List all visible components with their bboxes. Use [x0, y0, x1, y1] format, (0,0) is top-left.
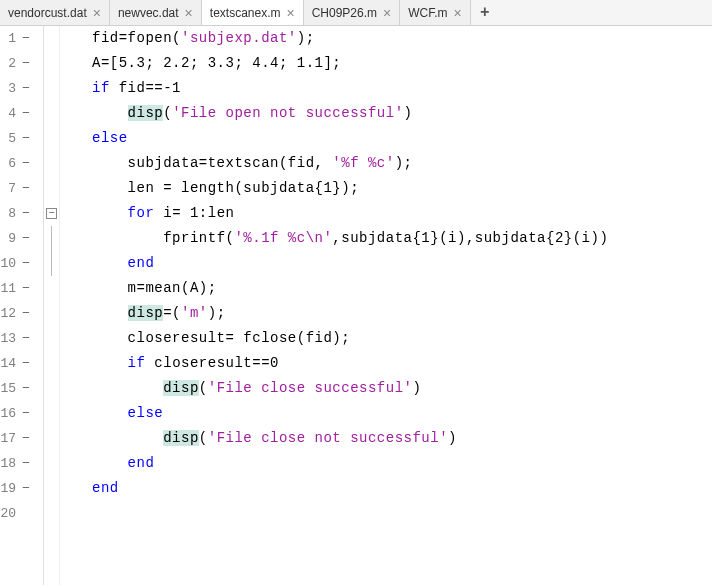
code-line: closeresult= fclose(fid);	[68, 326, 712, 351]
gutter-row: 3−	[0, 76, 43, 101]
close-icon[interactable]: ×	[185, 6, 193, 20]
line-dash: −	[20, 81, 32, 96]
line-dash: −	[20, 131, 32, 146]
fold-cell	[44, 426, 59, 451]
line-number: 5	[0, 131, 20, 146]
line-number: 3	[0, 81, 20, 96]
line-number: 16	[0, 406, 20, 421]
line-dash: −	[20, 106, 32, 121]
gutter-row: 18−	[0, 451, 43, 476]
gutter-row: 14−	[0, 351, 43, 376]
fold-cell	[44, 476, 59, 501]
tab-label: textscanex.m	[210, 6, 281, 20]
line-dash: −	[20, 56, 32, 71]
code-line: disp('File close successful')	[68, 376, 712, 401]
fold-cell	[44, 151, 59, 176]
line-dash: −	[20, 231, 32, 246]
gutter-row: 5−	[0, 126, 43, 151]
code-line: end	[68, 251, 712, 276]
line-dash: −	[20, 381, 32, 396]
tab-label: WCF.m	[408, 6, 447, 20]
line-number: 6	[0, 156, 20, 171]
line-dash: −	[20, 356, 32, 371]
fold-cell	[44, 351, 59, 376]
fold-cell	[44, 451, 59, 476]
line-dash: −	[20, 156, 32, 171]
plus-icon: +	[480, 4, 490, 22]
fold-cell	[44, 326, 59, 351]
code-area[interactable]: fid=fopen('subjexp.dat'); A=[5.3; 2.2; 3…	[60, 26, 712, 585]
gutter-row: 20	[0, 501, 43, 526]
code-line: disp('File open not successful')	[68, 101, 712, 126]
code-line: fid=fopen('subjexp.dat');	[68, 26, 712, 51]
line-number: 15	[0, 381, 20, 396]
line-dash: −	[20, 31, 32, 46]
line-number: 4	[0, 106, 20, 121]
fold-column: −	[44, 26, 60, 585]
gutter-row: 15−	[0, 376, 43, 401]
add-tab-button[interactable]: +	[471, 0, 499, 25]
line-dash: −	[20, 256, 32, 271]
gutter-row: 12−	[0, 301, 43, 326]
tab-wcf[interactable]: WCF.m ×	[400, 0, 471, 25]
gutter-row: 4−	[0, 101, 43, 126]
code-line: else	[68, 126, 712, 151]
close-icon[interactable]: ×	[287, 6, 295, 20]
gutter-row: 1−	[0, 26, 43, 51]
fold-cell	[44, 376, 59, 401]
code-line: len = length(subjdata{1});	[68, 176, 712, 201]
tab-newvec[interactable]: newvec.dat ×	[110, 0, 202, 25]
line-number: 17	[0, 431, 20, 446]
code-line: for i= 1:len	[68, 201, 712, 226]
fold-cell	[44, 401, 59, 426]
close-icon[interactable]: ×	[454, 6, 462, 20]
code-line: disp=('m');	[68, 301, 712, 326]
tab-label: CH09P26.m	[312, 6, 377, 20]
fold-cell	[44, 126, 59, 151]
code-line: else	[68, 401, 712, 426]
line-dash: −	[20, 456, 32, 471]
line-number: 13	[0, 331, 20, 346]
tab-label: newvec.dat	[118, 6, 179, 20]
close-icon[interactable]: ×	[383, 6, 391, 20]
gutter-row: 2−	[0, 51, 43, 76]
tab-label: vendorcust.dat	[8, 6, 87, 20]
fold-cell	[44, 26, 59, 51]
editor-area: 1−2−3−4−5−6−7−8−9−10−11−12−13−14−15−16−1…	[0, 26, 712, 585]
gutter-row: 7−	[0, 176, 43, 201]
line-number: 10	[0, 256, 20, 271]
close-icon[interactable]: ×	[93, 6, 101, 20]
gutter-row: 8−	[0, 201, 43, 226]
gutter-row: 11−	[0, 276, 43, 301]
line-dash: −	[20, 481, 32, 496]
fold-cell[interactable]: −	[44, 201, 59, 226]
code-line: A=[5.3; 2.2; 3.3; 4.4; 1.1];	[68, 51, 712, 76]
tab-textscanex[interactable]: textscanex.m ×	[202, 0, 304, 25]
fold-cell	[44, 276, 59, 301]
tab-ch09p26[interactable]: CH09P26.m ×	[304, 0, 401, 25]
fold-cell	[44, 226, 59, 251]
code-line: fprintf('%.1f %c\n',subjdata{1}(i),subjd…	[68, 226, 712, 251]
line-number: 8	[0, 206, 20, 221]
fold-cell	[44, 176, 59, 201]
gutter-row: 9−	[0, 226, 43, 251]
tab-vendorcust[interactable]: vendorcust.dat ×	[0, 0, 110, 25]
code-line: end	[68, 476, 712, 501]
code-line	[68, 501, 712, 526]
line-dash: −	[20, 206, 32, 221]
line-dash: −	[20, 181, 32, 196]
fold-minus-icon[interactable]: −	[46, 208, 57, 219]
gutter-row: 17−	[0, 426, 43, 451]
fold-cell	[44, 251, 59, 276]
code-line: if fid==-1	[68, 76, 712, 101]
line-number: 7	[0, 181, 20, 196]
line-dash: −	[20, 331, 32, 346]
gutter-row: 6−	[0, 151, 43, 176]
tab-bar: vendorcust.dat × newvec.dat × textscanex…	[0, 0, 712, 26]
line-number: 20	[0, 506, 20, 521]
line-number: 11	[0, 281, 20, 296]
fold-cell	[44, 76, 59, 101]
line-number: 19	[0, 481, 20, 496]
gutter-row: 19−	[0, 476, 43, 501]
line-dash: −	[20, 431, 32, 446]
